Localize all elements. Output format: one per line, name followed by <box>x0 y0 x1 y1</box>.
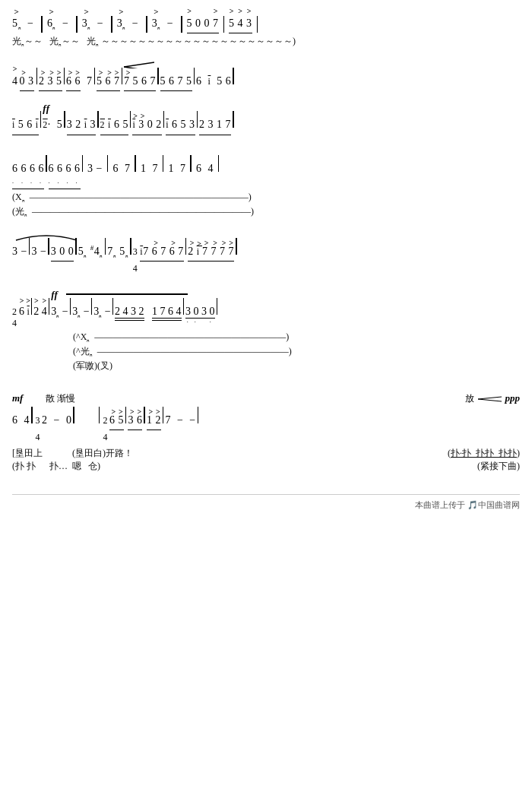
group-300: 3 0 0 <box>51 242 74 262</box>
section-3-notation: i 5 6 i ff 2· 5 3 2 i 3 2 i 6 5 <box>12 111 520 135</box>
section-4-notation: 6 6 6 6 · · · · 6 6 6 6 · · · · 3 − 6 7 … <box>12 155 520 190</box>
group-667: > 6 > 6 7 <box>66 71 93 91</box>
section-7-tempo-row: mf 散 渐慢 放 ppp <box>12 392 520 405</box>
barline <box>257 16 258 33</box>
footer-text: 本曲谱上传于 🎵中国曲谱网 <box>415 500 520 509</box>
group-2432-1764: 2 4 3 2 1 7 6 4 <box>115 306 182 321</box>
barline <box>163 155 164 172</box>
barline <box>31 407 33 423</box>
section-7: mf 散 渐慢 放 ppp 6 4 3 4 2 − 0 <box>12 392 520 479</box>
barline <box>197 111 198 128</box>
svg-line-3 <box>478 399 502 401</box>
section-6: 2 4 > 6 > i > 2 > 4 <box>12 298 520 379</box>
barline <box>46 155 47 172</box>
note-group: >5ₙ − <box>12 17 40 29</box>
barline <box>82 155 84 172</box>
section-2-notation: > 4 > 0 3 > 2 > 3 <box>12 68 520 91</box>
barline <box>183 298 185 315</box>
group-2i65: 2 i 6 5 <box>100 115 128 135</box>
group-12-accent: > 1 > 2 <box>147 411 161 430</box>
section-4-lyrics2: (光ₙ ————————————————————————) <box>12 205 520 220</box>
note-7n-5n: 7ₙ 5ₙ <box>107 242 128 262</box>
group-03: > 0 3 <box>20 71 34 91</box>
barline <box>73 407 74 423</box>
barline <box>223 16 225 33</box>
lyrics-next: (紧接下曲) <box>448 460 520 473</box>
barline <box>122 68 123 84</box>
section-7-lyrics-left: [垦田上 (垦田白)开路！ (扑 扑 扑… 嗯 仓) <box>12 447 133 473</box>
barline <box>76 16 78 33</box>
section-3: i 5 6 i ff 2· 5 3 2 i 3 2 i 6 5 <box>12 111 520 142</box>
barline <box>97 111 99 128</box>
section-7-lyrics-right: (扑·扑 扑扑 扑扑) (紧接下曲) <box>448 447 520 473</box>
group-567a: > 5 > 6 > 7 <box>97 71 120 91</box>
ff-mark2: ff <box>51 289 57 301</box>
barline <box>157 68 159 84</box>
note-3n-dash3: 3ₙ − <box>93 306 110 319</box>
section-7-lyrics-container: [垦田上 (垦田白)开路！ (扑 扑 扑… 嗯 仓) (扑·扑 扑扑 扑扑) (… <box>12 447 520 473</box>
time-sig-34b: 3 4 <box>36 413 41 445</box>
footer: 本曲谱上传于 🎵中国曲谱网 <box>12 494 520 511</box>
barline <box>64 68 65 84</box>
barline <box>130 238 131 255</box>
barline <box>49 298 50 315</box>
barline <box>146 16 147 33</box>
section-1-notation: >5ₙ − >6ₙ − >3ₙ − >3ₙ − >3ₙ <box>12 14 520 33</box>
time-sig-24a: 2 4 <box>12 306 17 329</box>
note-7-dash-dash: 7 − − <box>165 411 195 430</box>
note-17b: 1 7 <box>165 159 188 178</box>
barline <box>190 155 192 172</box>
barline <box>94 68 96 84</box>
barline <box>217 298 218 315</box>
group-6666b: 6 6 6 6 · · · · <box>49 159 81 190</box>
group-65-accent: > 6 > 5 <box>109 411 124 430</box>
barline <box>64 111 65 128</box>
group-5675: 5 6 7 5 <box>160 71 192 91</box>
section-6-lyrics2: (^光ₙ —————————————————————) <box>73 345 520 360</box>
ff-group: ff 2· <box>43 115 51 134</box>
note-3c: >3ₙ <box>152 14 161 33</box>
group-7567-cresc: > 7 5 6 7 <box>124 71 156 91</box>
note-4-accent2: > 4 <box>42 306 47 318</box>
barline <box>233 68 234 84</box>
barline <box>112 298 114 315</box>
note-6: >6ₙ <box>47 14 56 33</box>
section-4: 6 6 6 6 · · · · 6 6 6 6 · · · · 3 − 6 7 … <box>12 155 520 227</box>
svg-line-2 <box>478 397 502 399</box>
group-i653: i 6 5 3 <box>166 115 195 135</box>
note-64-final: 6 4 <box>12 411 30 430</box>
time-sig-24b: 2 4 <box>103 413 108 445</box>
barline <box>125 407 127 423</box>
barline <box>107 155 109 172</box>
barline <box>70 298 71 315</box>
group-5007: > 5 0 0 > 7 <box>187 14 219 33</box>
barline <box>218 155 220 172</box>
ppp-mark: ppp <box>505 392 521 404</box>
barline <box>40 111 42 128</box>
mf-mark: mf <box>12 392 23 404</box>
group-2317: 2 3 1 7 <box>199 115 231 135</box>
group-36-accent: > 3 > 6 <box>128 411 142 430</box>
note-6-accent: > 6 <box>19 306 24 318</box>
section-4-lyrics: (Xₙ ————————————————————————) <box>12 191 520 205</box>
group-2i7777: > 2 > i > 7 > 7 > 7 <box>188 242 234 262</box>
barline <box>144 407 145 423</box>
barline <box>185 238 187 255</box>
note-2-accent: > 2 <box>33 306 39 318</box>
note-67: 6 7 <box>109 159 133 178</box>
group-3030: 3 0 3 0 · · · <box>185 306 215 325</box>
diminuendo-mark <box>477 395 503 403</box>
note-i-accent: > i <box>27 306 30 318</box>
group-235: > 2 > 3 > 5 <box>39 71 62 91</box>
group-i302: > i > 3 0 2 <box>132 115 161 135</box>
group-i561: i 5 6 i <box>12 115 39 135</box>
note-4-accent: > 4 <box>12 71 18 90</box>
note-17a: 1 7 <box>138 159 161 178</box>
lyrics-kuotian: [垦田上 (垦田白)开路！ <box>12 447 133 460</box>
group-6i56: 6 i 5 6 <box>196 71 231 90</box>
barline <box>41 16 43 33</box>
section-1: >5ₙ − >6ₙ − >3ₙ − >3ₙ − >3ₙ <box>12 14 520 55</box>
note-5: >5ₙ <box>12 14 21 33</box>
section-7-notation: 6 4 3 4 2 − 0 2 4 > 6 <box>12 407 520 445</box>
barline <box>111 16 112 33</box>
